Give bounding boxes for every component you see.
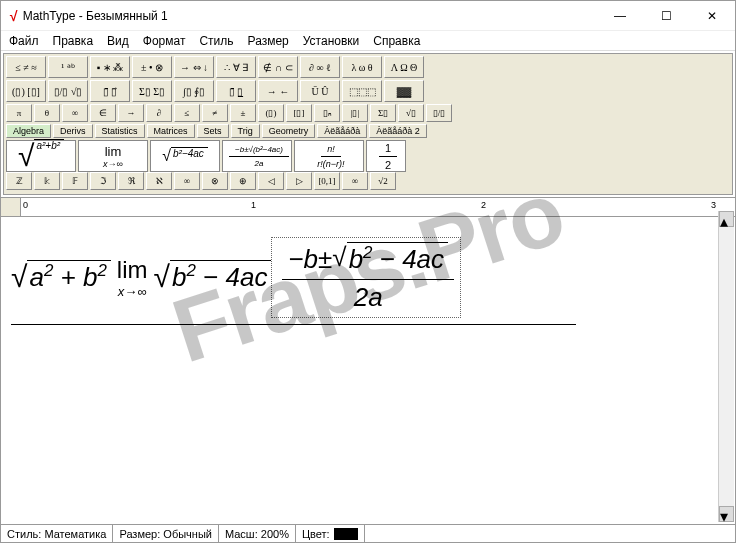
tab-derivs[interactable]: Derivs (53, 124, 93, 138)
palette-subscripts[interactable]: ▯̄ ▯⃗ (90, 80, 130, 102)
template-row: √a²+b² limx→∞ √b²−4ac −b±√(b²−4ac)2a n!r… (6, 140, 730, 172)
palette-integrals[interactable]: ∫▯ ∮▯ (174, 80, 214, 102)
tab-extra-2[interactable]: Àëãåáðà 2 (369, 124, 427, 138)
menu-help[interactable]: Справка (373, 34, 420, 48)
fraction-denominator: 2a (354, 280, 383, 313)
sym-ltri[interactable]: ◁ (258, 172, 284, 190)
tmpl-sub[interactable]: ▯ₙ (314, 104, 340, 122)
sym-sqrt2[interactable]: √2 (370, 172, 396, 190)
palette-spaces[interactable]: ¹ ᵃᵇ (48, 56, 88, 78)
ruler-horizontal[interactable]: 0 1 2 3 (21, 198, 735, 216)
palette-greek-lower[interactable]: λ ω θ (342, 56, 382, 78)
tab-matrices[interactable]: Matrices (147, 124, 195, 138)
fraction-numerator: −b ± √b2 − 4ac (282, 242, 454, 280)
palette-products[interactable]: Ū Û (300, 80, 340, 102)
menu-style[interactable]: Стиль (199, 34, 233, 48)
menu-file[interactable]: Файл (9, 34, 39, 48)
sym-inf2[interactable]: ∞ (174, 172, 200, 190)
sym-Z[interactable]: ℤ (6, 172, 32, 190)
status-color[interactable]: Цвет: (296, 525, 365, 542)
template-limit[interactable]: limx→∞ (78, 140, 148, 172)
tmpl-sum[interactable]: Σ▯ (370, 104, 396, 122)
palette-set-theory[interactable]: ∉ ∩ ⊂ (258, 56, 298, 78)
sym-F[interactable]: 𝔽 (62, 172, 88, 190)
status-style: Стиль: Математика (1, 525, 113, 542)
close-button[interactable]: ✕ (689, 1, 735, 31)
minimize-button[interactable]: — (597, 1, 643, 31)
tab-geometry[interactable]: Geometry (262, 124, 316, 138)
sym-aleph[interactable]: ℵ (146, 172, 172, 190)
tmpl-brackets[interactable]: [▯] (286, 104, 312, 122)
limit-expr[interactable]: lim x→∞ (117, 256, 148, 299)
sym-infinity[interactable]: ∞ (62, 104, 88, 122)
palette-operators[interactable]: ± • ⊗ (132, 56, 172, 78)
template-tabs: Algebra Derivs Statistics Matrices Sets … (6, 124, 730, 138)
sqrt-expr-2[interactable]: √ b2 − 4ac (154, 260, 272, 295)
window-title: MathType - Безымянный 1 (23, 9, 597, 23)
maximize-button[interactable]: ☐ (643, 1, 689, 31)
sym-inf3[interactable]: ∞ (342, 172, 368, 190)
palette-bars[interactable]: ▯̄ ▯̲ (216, 80, 256, 102)
palette-embellish[interactable]: ▪ ∗ ⁂ (90, 56, 130, 78)
palette-fences[interactable]: (▯) [▯] (6, 80, 46, 102)
sym-pi[interactable]: π (6, 104, 32, 122)
tmpl-sqrt[interactable]: √▯ (398, 104, 424, 122)
template-half[interactable]: 12 (366, 140, 406, 172)
palette-misc[interactable]: ∂ ∞ ℓ (300, 56, 340, 78)
scroll-down-button[interactable]: ▾ (719, 506, 734, 522)
color-swatch[interactable] (334, 528, 358, 540)
sym-pm[interactable]: ± (230, 104, 256, 122)
template-quadratic[interactable]: −b±√(b²−4ac)2a (222, 140, 292, 172)
palette-sums[interactable]: Σ▯ Σ▯ (132, 80, 172, 102)
window-controls: — ☐ ✕ (597, 1, 735, 31)
sym-partial[interactable]: ∂ (146, 104, 172, 122)
tab-sets[interactable]: Sets (197, 124, 229, 138)
menu-settings[interactable]: Установки (303, 34, 359, 48)
template-pythagoras[interactable]: √a²+b² (6, 140, 76, 172)
sym-element[interactable]: ∈ (90, 104, 116, 122)
sym-arrow[interactable]: → (118, 104, 144, 122)
template-combinations[interactable]: n!r!(n−r)! (294, 140, 364, 172)
palette-labeled-arrows[interactable]: → ← (258, 80, 298, 102)
sym-Im[interactable]: ℑ (90, 172, 116, 190)
status-size: Размер: Обычный (113, 525, 219, 542)
sym-Re[interactable]: ℜ (118, 172, 144, 190)
palette-greek-upper[interactable]: Λ Ω Θ (384, 56, 424, 78)
tmpl-parens[interactable]: (▯) (258, 104, 284, 122)
sym-rtri[interactable]: ▷ (286, 172, 312, 190)
palette-fractions[interactable]: ▯/▯ √▯ (48, 80, 88, 102)
tab-trig[interactable]: Trig (231, 124, 260, 138)
palette-boxes[interactable]: ▓▓ (384, 80, 424, 102)
radical-icon: √ (154, 260, 170, 294)
palette-relations[interactable]: ≤ ≠ ≈ (6, 56, 46, 78)
tab-algebra[interactable]: Algebra (6, 124, 51, 138)
vertical-scrollbar[interactable]: ▴ ▾ (718, 211, 734, 522)
sym-interval[interactable]: [0,1] (314, 172, 340, 190)
menu-size[interactable]: Размер (248, 34, 289, 48)
sqrt-expr-1[interactable]: √ a2 + b2 (11, 260, 111, 295)
sym-neq[interactable]: ≠ (202, 104, 228, 122)
quadratic-fraction[interactable]: −b ± √b2 − 4ac 2a (282, 242, 454, 313)
tmpl-frac[interactable]: ▯/▯ (426, 104, 452, 122)
menu-view[interactable]: Вид (107, 34, 129, 48)
tab-extra-1[interactable]: Àëãåáðà (317, 124, 367, 138)
scroll-up-button[interactable]: ▴ (719, 211, 734, 227)
quadratic-fraction-box[interactable]: −b ± √b2 − 4ac 2a (271, 237, 461, 318)
tab-statistics[interactable]: Statistics (95, 124, 145, 138)
equation-editor[interactable]: √ a2 + b2 lim x→∞ √ b2 − 4ac −b ± √b2 − … (1, 217, 735, 517)
ruler-mark-2: 2 (481, 200, 486, 210)
palette-logic[interactable]: ∴ ∀ ∃ (216, 56, 256, 78)
status-zoom: Масш: 200% (219, 525, 296, 542)
tmpl-abs[interactable]: |▯| (342, 104, 368, 122)
sym-otimes[interactable]: ⊗ (202, 172, 228, 190)
palette-arrows[interactable]: → ⇔ ↓ (174, 56, 214, 78)
palette-matrices[interactable]: ⬚⬚⬚ (342, 80, 382, 102)
equation-line[interactable]: √ a2 + b2 lim x→∞ √ b2 − 4ac −b ± √b2 − … (11, 237, 576, 325)
menu-format[interactable]: Формат (143, 34, 186, 48)
sym-leq[interactable]: ≤ (174, 104, 200, 122)
menu-edit[interactable]: Правка (53, 34, 94, 48)
sym-k[interactable]: 𝕜 (34, 172, 60, 190)
sym-oplus[interactable]: ⊕ (230, 172, 256, 190)
sym-theta[interactable]: θ (34, 104, 60, 122)
template-discriminant[interactable]: √b²−4ac (150, 140, 220, 172)
